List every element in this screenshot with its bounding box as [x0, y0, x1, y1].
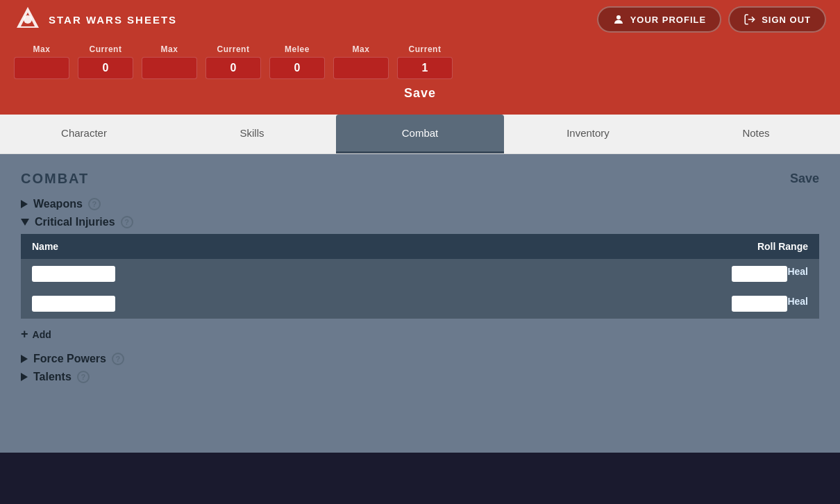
combat-save-button[interactable]: Save: [790, 171, 819, 186]
row-2-name-cell: [21, 289, 434, 319]
svg-point-3: [616, 15, 621, 19]
stat-current-3[interactable]: [397, 57, 453, 79]
signout-btn-label: SIGN OUT: [762, 15, 811, 25]
stat-label-3: Max: [161, 44, 178, 54]
force-powers-expand-icon: [21, 355, 28, 363]
stat-label-1: Max: [33, 44, 51, 54]
force-powers-help-icon[interactable]: ?: [112, 353, 124, 365]
force-powers-label: Force Powers: [33, 353, 106, 365]
add-label: Add: [33, 329, 51, 340]
profile-btn-label: YOUR PROFILE: [630, 15, 707, 25]
tab-inventory[interactable]: Inventory: [504, 115, 672, 153]
row-1-heal-button[interactable]: Heal: [787, 266, 808, 277]
stat-melee[interactable]: [269, 57, 325, 79]
critical-injuries-help-icon[interactable]: ?: [121, 216, 133, 228]
tab-combat[interactable]: Combat: [336, 115, 504, 153]
weapons-label: Weapons: [33, 198, 83, 210]
stats-save-button[interactable]: Save: [404, 86, 436, 101]
stat-label-4: Current: [217, 44, 250, 54]
profile-button[interactable]: YOUR PROFILE: [597, 6, 722, 33]
stats-bar: Max Current Max Current Melee Max Curren…: [0, 39, 840, 115]
weapons-expand-icon: [21, 200, 28, 208]
critical-injuries-table: Name Roll Range Heal: [21, 234, 819, 319]
weapons-section-header[interactable]: Weapons ?: [21, 198, 819, 210]
top-bar: STAR WARS SHEETS YOUR PROFILE SIGN OUT: [0, 0, 840, 39]
row-1-range-input[interactable]: [732, 266, 787, 282]
stat-label-6: Max: [353, 44, 370, 54]
row-1-name-input[interactable]: [32, 266, 115, 282]
logo-area: STAR WARS SHEETS: [14, 6, 177, 33]
col-name: Name: [21, 234, 434, 259]
talents-section-header[interactable]: Talents ?: [21, 371, 819, 383]
stat-current-1[interactable]: [78, 57, 133, 79]
tab-notes[interactable]: Notes: [672, 115, 840, 153]
nav-buttons: YOUR PROFILE SIGN OUT: [597, 6, 826, 33]
table-row: Heal: [21, 289, 819, 319]
talents-help-icon[interactable]: ?: [77, 371, 90, 383]
row-2-range-input[interactable]: [732, 296, 787, 312]
stat-label-7: Current: [409, 44, 442, 54]
critical-injuries-section-header[interactable]: Critical Injuries ?: [21, 216, 819, 228]
save-btn-center: Save: [14, 79, 826, 103]
tab-character[interactable]: Character: [0, 115, 168, 153]
row-2-heal-button[interactable]: Heal: [787, 296, 808, 307]
stat-max-2[interactable]: [142, 57, 197, 79]
row-1-name-cell: [21, 259, 434, 289]
stat-label-2: Current: [90, 44, 122, 54]
signout-icon: [744, 13, 756, 26]
stat-group-7: Current: [397, 44, 453, 79]
force-powers-section-header[interactable]: Force Powers ?: [21, 353, 819, 365]
svg-point-2: [24, 15, 32, 24]
stat-current-2[interactable]: [205, 57, 261, 79]
logo-text: STAR WARS SHEETS: [49, 14, 177, 26]
stat-group-5: Melee: [269, 44, 325, 79]
row-2-name-input[interactable]: [32, 296, 115, 312]
row-2-range-cell: Heal: [434, 289, 819, 319]
table-header-row: Name Roll Range: [21, 234, 819, 259]
profile-icon: [612, 13, 625, 26]
table-row: Heal: [21, 259, 819, 289]
col-roll-range: Roll Range: [434, 234, 819, 259]
talents-expand-icon: [21, 373, 28, 381]
row-1-range-cell: Heal: [434, 259, 819, 289]
stats-row: Max Current Max Current Melee Max Curren…: [14, 44, 826, 79]
critical-injuries-label: Critical Injuries: [35, 216, 115, 228]
weapons-help-icon[interactable]: ?: [88, 198, 101, 210]
stat-group-6: Max: [333, 44, 389, 79]
tab-skills[interactable]: Skills: [168, 115, 336, 153]
talents-label: Talents: [33, 371, 72, 383]
combat-title: COMBAT: [21, 171, 89, 187]
add-plus-icon: +: [21, 327, 28, 342]
critical-injuries-expand-icon: [21, 219, 29, 226]
stat-max-1[interactable]: [14, 57, 69, 79]
combat-header: COMBAT Save: [21, 171, 819, 187]
stat-group-3: Max: [142, 44, 197, 79]
stat-label-5: Melee: [285, 44, 310, 54]
stat-max-3[interactable]: [333, 57, 389, 79]
stat-group-2: Current: [78, 44, 133, 79]
main-content: COMBAT Save Weapons ? Critical Injuries …: [0, 154, 840, 453]
logo-icon: [14, 6, 42, 33]
tab-nav: Character Skills Combat Inventory Notes: [0, 115, 840, 154]
signout-button[interactable]: SIGN OUT: [728, 6, 826, 33]
add-button[interactable]: + Add: [21, 327, 51, 342]
stat-group-4: Current: [205, 44, 261, 79]
stat-group-1: Max: [14, 44, 69, 79]
